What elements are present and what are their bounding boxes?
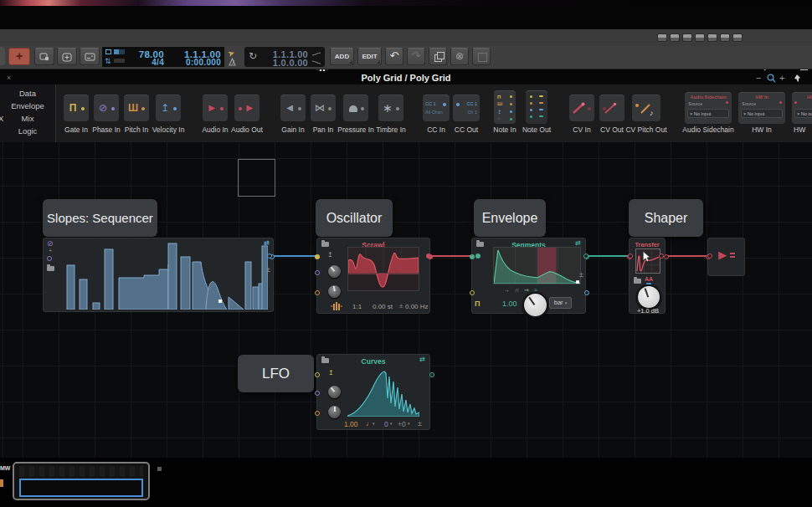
transfer-curve-display[interactable]: [635, 248, 660, 274]
slopes-step-display[interactable]: [55, 242, 268, 310]
wire-slopes-to-oscillator[interactable]: [270, 255, 320, 257]
transfer-output-port[interactable]: [664, 254, 669, 259]
ratio-value[interactable]: 1:1: [352, 303, 362, 310]
category-edge-label[interactable]: X: [0, 114, 3, 123]
aux-output-port[interactable]: [584, 290, 589, 295]
fine-knob[interactable]: [328, 285, 341, 298]
module-slopes[interactable]: ⊘ +: [43, 238, 274, 312]
scale-icon[interactable]: ±: [266, 265, 270, 274]
pitch-offset[interactable]: 0: [384, 420, 388, 428]
scrawl-wave-display[interactable]: [347, 247, 419, 291]
category-mix[interactable]: Mix: [0, 114, 55, 123]
module-segments[interactable]: Segments ⇄ →∩⇒≈ 1.00 bar ▾ Π ±: [471, 238, 586, 314]
hz-value[interactable]: 0.00 Hz: [405, 303, 429, 310]
preset-folder-icon[interactable]: [321, 358, 329, 363]
pitch-mode-icon[interactable]: ↥: [327, 251, 333, 259]
add-input-icon[interactable]: +: [49, 248, 52, 254]
panel-toggle-button[interactable]: [670, 33, 680, 42]
mod-input-port[interactable]: [315, 391, 320, 396]
gain-knob[interactable]: [636, 284, 661, 310]
wire-endpoint[interactable]: [583, 254, 588, 259]
save-button[interactable]: [472, 48, 491, 65]
display-profile-button[interactable]: [80, 48, 100, 65]
add-track-button[interactable]: +: [8, 48, 30, 65]
curves-wave-display[interactable]: [347, 365, 419, 417]
fine-input-port[interactable]: [315, 290, 320, 295]
wire-endpoint[interactable]: [707, 254, 712, 259]
panel-toggle-button[interactable]: [720, 33, 730, 42]
rate-value[interactable]: 1.00: [502, 300, 517, 308]
wire-endpoint[interactable]: [475, 254, 481, 259]
plugin-window-preview[interactable]: [13, 462, 150, 500]
wire-endpoint[interactable]: [659, 254, 664, 259]
zoom-in-button[interactable]: +: [779, 71, 784, 84]
mod-input-port[interactable]: [315, 270, 320, 275]
depth-input-port[interactable]: [315, 411, 320, 416]
category-data[interactable]: Data: [0, 89, 55, 98]
mod-knob[interactable]: [328, 386, 341, 398]
add-device-button[interactable]: [57, 48, 77, 65]
retrigger-icon[interactable]: ↥: [328, 369, 334, 376]
wire-endpoint[interactable]: [267, 254, 272, 259]
phase-input-port[interactable]: [315, 254, 320, 259]
play-mode-icon[interactable]: [105, 49, 111, 54]
preview-selected-region[interactable]: [19, 479, 143, 497]
fine-offset[interactable]: +0: [398, 420, 406, 428]
grid-canvas[interactable]: Slopes: Sequencer Oscillator Envelope Sh…: [0, 142, 812, 458]
fade-icon[interactable]: [311, 52, 321, 56]
zoom-out-button[interactable]: −: [756, 71, 761, 84]
source-select[interactable]: × No out: [794, 109, 812, 118]
loop-icon[interactable]: ↻: [249, 50, 257, 62]
category-envelope[interactable]: Envelope: [0, 101, 55, 110]
wire-endpoint[interactable]: [628, 254, 633, 259]
gate-input-port[interactable]: [470, 290, 475, 295]
empty-cell-selection[interactable]: [238, 159, 275, 197]
panel-toggle-button[interactable]: [657, 33, 667, 42]
preset-folder-icon[interactable]: [47, 266, 54, 271]
mod-knob[interactable]: [328, 265, 341, 278]
rate-value[interactable]: 1.00: [344, 420, 358, 428]
scale-icon[interactable]: ±: [579, 270, 583, 279]
unit-select[interactable]: bar ▾: [549, 297, 572, 309]
antialias-label[interactable]: AA: [645, 276, 653, 282]
panel-toggle-button[interactable]: [732, 33, 743, 42]
curves-output-port[interactable]: [429, 372, 434, 377]
phase-input-port[interactable]: [315, 372, 320, 377]
panel-toggle-button[interactable]: [707, 33, 717, 42]
segments-envelope-display[interactable]: [493, 247, 581, 284]
trigger-input-port[interactable]: [470, 254, 475, 259]
edit-module-button[interactable]: EDIT: [357, 48, 382, 65]
shuffle-icon[interactable]: ⇅: [105, 56, 111, 66]
fade-icon[interactable]: [311, 60, 321, 64]
preset-folder-icon[interactable]: [476, 242, 484, 247]
add-module-button[interactable]: ADD: [330, 48, 354, 65]
spread-icon[interactable]: [331, 302, 342, 311]
rate-knob[interactable]: [522, 292, 548, 318]
app-titlebar[interactable]: [0, 29, 812, 46]
playhead-time[interactable]: 0:00.000: [169, 58, 221, 67]
gain-value[interactable]: +1.0 dB: [630, 307, 666, 315]
pin-icon[interactable]: [794, 74, 802, 83]
layout-button[interactable]: [34, 48, 54, 65]
module-audio-out[interactable]: ▶: [707, 238, 745, 276]
module-transfer[interactable]: Transfer AA +1.0 dB: [629, 238, 666, 314]
panel-toggle-button[interactable]: [682, 33, 692, 42]
scale-icon[interactable]: ±: [418, 419, 422, 428]
source-select[interactable]: × No input: [741, 109, 783, 118]
edge-button[interactable]: [0, 47, 5, 65]
depth-knob[interactable]: [328, 406, 341, 418]
zoom-fit-icon[interactable]: [767, 74, 776, 83]
wire-endpoint[interactable]: [426, 254, 431, 259]
delete-button[interactable]: ⊗: [450, 48, 469, 65]
module-scrawl[interactable]: Scrawl ↥ 1:1 0.00 st ± 0.00 Hz: [316, 238, 430, 314]
panel-toggle-button[interactable]: [695, 33, 705, 42]
loop-length[interactable]: 1.0.0.00: [260, 58, 308, 68]
semitone-value[interactable]: 0.00 st: [373, 303, 393, 310]
undo-button[interactable]: ↶: [385, 48, 403, 65]
copy-button[interactable]: [429, 48, 447, 65]
preset-folder-icon[interactable]: [634, 279, 641, 284]
time-signature[interactable]: 4/4: [126, 58, 164, 67]
phase-port[interactable]: [47, 256, 52, 261]
wire-envelope-to-shaper[interactable]: [586, 255, 630, 257]
module-curves[interactable]: Curves ⇄ ↥ 1.00 ♩ ▾ 0 ▾ +0 ▾ ±: [316, 354, 430, 430]
